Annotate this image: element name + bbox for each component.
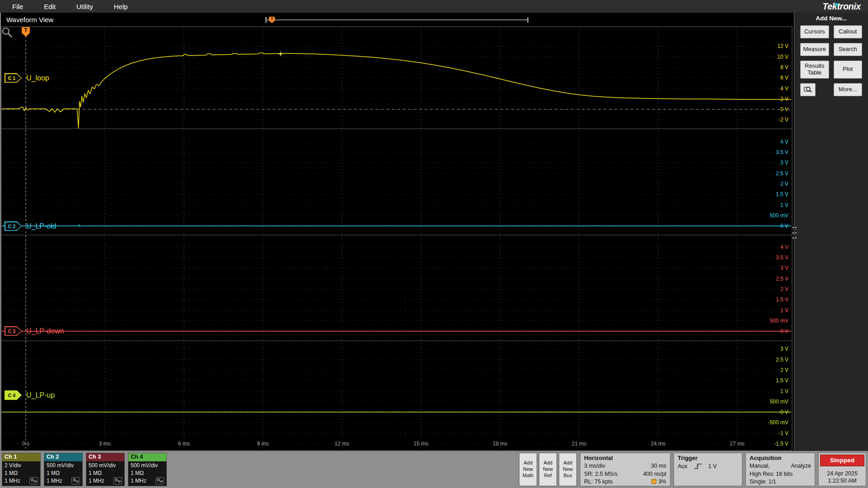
ch1-impedance: 1 MΩ: [5, 470, 38, 477]
trace-U_loop[interactable]: [2, 53, 792, 128]
menu-help[interactable]: Help: [104, 0, 138, 13]
trigger-position-marker[interactable]: T: [269, 17, 275, 23]
time-tick-label: 18 ms: [493, 441, 508, 447]
axis-tick-label: 1.5 V: [776, 191, 788, 197]
horizontal-position-indicator[interactable]: T: [265, 17, 528, 23]
axis-tick-label: 2 V: [780, 367, 788, 373]
cursors-button[interactable]: Cursors: [800, 25, 829, 38]
trace-label-ch2[interactable]: U_LP-old: [26, 221, 57, 231]
horizontal-panel[interactable]: Horizontal 3 ms/div 30 ms SR: 2.5 MS/s 4…: [580, 453, 670, 486]
plot-button[interactable]: Plot: [834, 61, 863, 79]
record-line: [265, 19, 528, 20]
axis-tick-label: -1 V: [778, 430, 788, 436]
trace-U_LP-old[interactable]: [2, 225, 792, 227]
trace-label-ch3[interactable]: U_LP-down: [26, 326, 64, 336]
callout-button[interactable]: Callout: [834, 25, 863, 38]
trace-label-ch4[interactable]: U_LP-up: [26, 390, 55, 400]
more-button[interactable]: More...: [834, 83, 863, 96]
axis-tick-label: -2 V: [778, 117, 788, 123]
voltage-axis-labels: 12 V10 V8 V6 V4 V2 V0 V-2 V4 V3.5 V3 V2.…: [768, 43, 788, 446]
add-new-header: Add New...: [794, 13, 868, 24]
pane-splitter-handle[interactable]: [792, 226, 797, 239]
axis-tick-label: 1.5 V: [776, 296, 788, 303]
add-new-math-button[interactable]: AddNewMath: [519, 453, 537, 486]
axis-tick-label: 0 V: [780, 409, 788, 415]
waveform-view-title: Waveform View: [6, 16, 53, 23]
time-tick-label: 27 ms: [730, 441, 745, 447]
axis-tick-label: 0 V: [780, 106, 788, 113]
horizontal-window: 30 ms: [651, 462, 666, 470]
trace-label-ch1[interactable]: U_loop: [26, 73, 49, 83]
menu-edit[interactable]: Edit: [33, 0, 66, 13]
axis-tick-label: 2 V: [780, 181, 788, 187]
menu-utility[interactable]: Utility: [66, 0, 104, 13]
date-label: 24 Apr 2025: [827, 470, 857, 477]
ch1-settings-title: Ch 1: [2, 453, 40, 461]
axis-tick-label: 0 V: [780, 328, 788, 334]
zoom-overview-icon[interactable]: [1, 26, 14, 39]
rising-edge-icon: [694, 463, 702, 469]
acquisition-panel[interactable]: Acquisition Manual, Analyze High Res: 16…: [745, 453, 815, 486]
bandwidth-limit-icon: BW: [29, 477, 38, 484]
channel-badge-ch3-text: C 3: [5, 327, 21, 335]
horizontal-title: Horizontal: [584, 455, 666, 461]
time-tick-label: 21 ms: [572, 441, 587, 447]
time-tick-label: 0 s: [22, 441, 29, 447]
axis-tick-label: 2 V: [780, 286, 788, 292]
ch3-settings-badge[interactable]: Ch 3 500 mV/div 1 MΩ 1 MHz BW: [86, 453, 125, 486]
axis-tick-label: 0 V: [780, 223, 788, 229]
trigger-level: 1 V: [708, 463, 717, 469]
measurement-marker: [278, 52, 283, 56]
bandwidth-limit-icon: BW: [113, 477, 122, 484]
waveform-view: Waveform View T 12 V10 V8 V6 V4 V2 V0 V-…: [0, 13, 794, 451]
ch4-impedance: 1 MΩ: [131, 470, 164, 477]
add-new-ref-button[interactable]: AddNewRef: [539, 453, 557, 486]
search-button[interactable]: Search: [834, 43, 863, 56]
axis-tick-label: -1.5 V: [774, 441, 788, 447]
axis-tick-label: 500 mV: [770, 399, 788, 405]
horizontal-scale: 3 ms/div: [584, 462, 605, 470]
run-stop-button[interactable]: Stopped: [820, 455, 864, 466]
axis-tick-label: 1.5 V: [776, 377, 788, 384]
ch1-bandwidth: 1 MHz: [5, 478, 20, 484]
axis-tick-label: 2.5 V: [776, 357, 788, 363]
add-new-bus-button[interactable]: AddNewBus: [559, 453, 577, 486]
measure-button[interactable]: Measure: [800, 43, 829, 56]
axis-tick-label: 6 V: [780, 75, 788, 81]
ch3-impedance: 1 MΩ: [89, 470, 122, 477]
channel-badge-ch2-text: C 2: [5, 222, 21, 230]
ch1-scale: 2 V/div: [5, 462, 38, 469]
trigger-panel[interactable]: Trigger Aux 1 V: [674, 453, 742, 486]
time-tick-label: 12 ms: [335, 441, 349, 447]
ch1-settings-badge[interactable]: Ch 1 2 V/div 1 MΩ 1 MHz BW: [2, 453, 41, 486]
menu-file[interactable]: File: [2, 0, 33, 13]
waveform-plot[interactable]: 12 V10 V8 V6 V4 V2 V0 V-2 V4 V3.5 V3 V2.…: [1, 26, 794, 451]
add-new-group: AddNewMath AddNewRef AddNewBus: [519, 453, 577, 486]
channel-badge-ch1-text: C 1: [5, 74, 21, 82]
axis-tick-label: 3 V: [780, 265, 788, 271]
time-label: 1:22:50 AM: [827, 477, 857, 484]
axis-tick-label: 3.5 V: [776, 149, 788, 155]
acq-analyze: Analyze: [791, 462, 811, 470]
record-end-cap: [527, 17, 528, 23]
bottom-bar: Ch 1 2 V/div 1 MΩ 1 MHz BW Ch 2 500 mV/d…: [0, 451, 868, 488]
results-table-button[interactable]: Results Table: [800, 61, 829, 79]
zoom-mode-button[interactable]: [800, 83, 816, 96]
ch2-impedance: 1 MΩ: [47, 470, 80, 477]
axis-tick-label: 12 V: [777, 43, 788, 49]
logo-wedge-icon: [835, 3, 839, 7]
ch4-settings-badge[interactable]: Ch 4 500 mV/div 1 MΩ 1 MHz BW: [128, 453, 167, 486]
acquisition-title: Acquisition: [750, 455, 811, 461]
acq-detail: High Res: 16 bits: [750, 470, 793, 479]
axis-tick-label: 500 mV: [770, 318, 788, 324]
bandwidth-limit-icon: BW: [156, 477, 164, 484]
ch4-bandwidth: 1 MHz: [131, 478, 146, 484]
trigger-source: Aux: [678, 463, 688, 469]
ch2-settings-badge[interactable]: Ch 2 500 mV/div 1 MΩ 1 MHz BW: [44, 453, 83, 486]
axis-tick-label: 2 V: [780, 96, 788, 102]
acq-percent: 3%: [651, 478, 666, 486]
trigger-title: Trigger: [678, 455, 738, 461]
time-tick-label: 3 ms: [99, 441, 111, 447]
time-tick-label: 6 ms: [178, 441, 190, 447]
waveform-canvas[interactable]: 12 V10 V8 V6 V4 V2 V0 V-2 V4 V3.5 V3 V2.…: [1, 26, 794, 451]
